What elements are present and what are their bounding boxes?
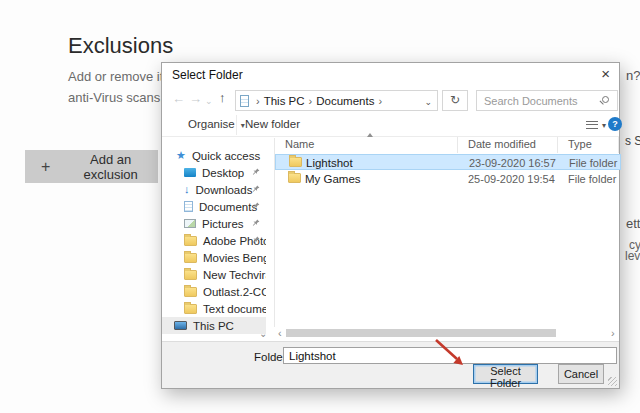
column-header-date-modified[interactable]: Date modified [468,138,536,150]
column-divider [557,137,558,153]
up-icon[interactable]: ↑ [219,91,226,105]
screen: Exclusions Add or remove items that you … [0,0,640,413]
refresh-button[interactable]: ↻ [442,90,468,111]
pin-icon [252,168,260,176]
sidebar-item-label: Text document [203,303,266,315]
folder-icon [288,173,301,183]
chevron-right-icon: › [378,95,382,107]
desktop-icon [184,168,196,177]
sidebar-item-new-techviral[interactable]: New Techviral In [162,266,266,283]
add-exclusion-button[interactable]: + Add an exclusion [25,150,158,183]
sidebar-scroll-down-icon[interactable]: ⌄ [259,328,267,339]
location-icon [240,95,249,107]
view-caret-icon[interactable]: ▾ [602,121,606,130]
pin-icon [252,219,260,227]
search-input[interactable] [477,91,617,110]
new-folder-button[interactable]: New folder [245,118,300,130]
folder-icon [184,236,197,246]
organise-label: Organise [188,118,235,130]
sidebar-item-quick-access[interactable]: ★ Quick access [162,147,266,164]
sidebar-item-label: This PC [193,320,234,332]
chevron-right-icon: › [309,95,313,107]
toolbar-divider [236,115,237,135]
scroll-right-icon[interactable]: › [611,327,615,339]
scroll-left-icon[interactable]: ‹ [278,327,282,339]
file-date-modified: 23-09-2020 16:57 [469,157,556,169]
select-folder-dialog: Select Folder × ← → ⌄ ↑ › This PC › Docu… [161,62,620,389]
sidebar-item-label: Pictures [202,218,244,230]
documents-icon [184,201,193,212]
breadcrumb-this-pc[interactable]: This PC [264,95,305,107]
column-divider [457,137,458,153]
sidebar-item-label: Downloads [196,184,253,196]
edge-text-fragment: etti [626,216,640,231]
sidebar-item-documents[interactable]: Documents [162,198,266,215]
edge-text-fragment: levi [625,249,640,263]
search-field[interactable] [476,90,618,111]
sidebar-item-label: Quick access [192,150,260,162]
star-icon: ★ [176,150,186,161]
sidebar-item-movies-bengali[interactable]: Movies Bengali [162,249,266,266]
page-title: Exclusions [68,33,173,59]
sidebar-item-desktop[interactable]: Desktop [162,164,266,181]
add-exclusion-label: Add an exclusion [63,152,158,182]
pin-icon [252,185,260,193]
sidebar-item-this-pc[interactable]: This PC [162,317,266,334]
folder-icon [289,157,302,167]
edge-text-fragment: s Se [625,134,640,148]
pin-icon [252,202,260,210]
sort-ascending-icon [367,133,373,137]
resize-grip-icon[interactable] [608,377,617,386]
details-view-icon[interactable] [586,121,598,131]
file-type: File folder [569,157,617,169]
sidebar-item-label: Outlast.2-CODEX [203,286,266,298]
address-dropdown-icon[interactable]: ⌄ [424,97,432,107]
toolbar-separator [162,136,619,137]
refresh-icon: ↻ [450,93,460,107]
folder-icon [184,287,197,297]
back-icon[interactable]: ← [172,92,185,106]
cancel-button[interactable]: Cancel [558,364,604,384]
downloads-icon: ↓ [184,184,190,195]
sidebar-item-adobe-photo[interactable]: Adobe Photo [162,232,266,249]
address-bar[interactable]: › This PC › Documents › ⌄ [235,90,438,111]
column-header-name[interactable]: Name [285,138,314,150]
file-row-my-games[interactable]: My Games 25-09-2020 19:54 File folder [275,171,621,187]
annotation-arrow-icon [430,336,476,372]
horizontal-scrollbar[interactable] [286,329,556,337]
sidebar-item-label: Desktop [202,167,244,179]
dialog-title: Select Folder [172,68,243,82]
sidebar-item-downloads[interactable]: ↓ Downloads [162,181,266,198]
help-icon[interactable]: ? [608,117,622,131]
breadcrumb-documents[interactable]: Documents [316,95,374,107]
file-date-modified: 25-09-2020 19:54 [468,173,555,185]
sidebar-item-outlast[interactable]: Outlast.2-CODEX [162,283,266,300]
chevron-right-icon: › [256,95,260,107]
file-type: File folder [568,173,616,185]
history-chevron-icon[interactable]: ⌄ [205,94,213,108]
file-row-lightshot[interactable]: Lightshot 23-09-2020 16:57 File folder [275,154,621,170]
column-divider [618,137,619,153]
folder-icon [184,253,197,263]
sidebar-item-pictures[interactable]: Pictures [162,215,266,232]
forward-icon[interactable]: → [189,92,202,106]
pictures-icon [184,219,196,228]
file-name: Lightshot [306,157,353,169]
pin-icon [252,236,260,244]
column-header-type[interactable]: Type [568,138,592,150]
sidebar-item-text-document[interactable]: Text document [162,300,266,317]
sidebar-item-label: New Techviral In [203,269,266,281]
edge-text-fragment: n? [626,68,640,83]
select-folder-button[interactable]: Select Folder [473,364,538,384]
file-name: My Games [305,173,361,185]
dialog-footer: Folder: Select Folder Cancel [162,341,619,388]
computer-icon [174,321,187,330]
plus-icon: + [41,158,50,176]
close-icon[interactable]: × [601,65,610,83]
search-icon [602,96,609,103]
folder-icon [184,270,197,280]
folder-icon [184,304,197,314]
sidebar-item-label: Documents [199,201,257,213]
sidebar-item-label: Movies Bengali [203,252,266,264]
